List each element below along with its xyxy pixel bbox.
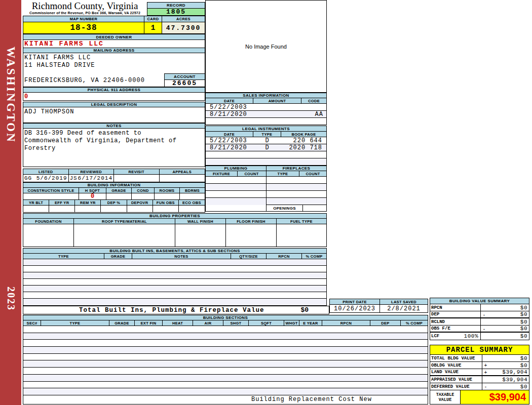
legal-description-value: ADJ THOMPSON (23, 107, 205, 116)
fireplace-row (267, 184, 326, 191)
district-name: WASHINGTON (4, 47, 17, 143)
bvs-obs-value: $0 (487, 326, 529, 332)
record-value: 1805 (147, 9, 205, 15)
roof-label: ROOF TYPE/MATERIAL (74, 219, 175, 224)
appraised-value-label: APPRAISED VALUE (430, 376, 482, 383)
building-section-row (23, 333, 428, 340)
listed-date: 5/6/2019 (36, 175, 67, 181)
ecoobs-label: ECO OBS (179, 200, 205, 205)
tax-year: 2023 (5, 287, 17, 311)
no-image-text: No Image Found (245, 44, 287, 50)
mailing-address-label: MAILING ADDRESS (23, 48, 205, 53)
bvs-rpcn-op (481, 304, 487, 311)
hsqft-value: 0 (79, 193, 106, 199)
dep-pct-value (101, 206, 127, 212)
wall-finish-label: WALL FINISH (175, 219, 226, 224)
bs-type-label: TYPE (41, 320, 109, 326)
fireplace-row (267, 191, 326, 198)
mailing-address-section: MAILING ADDRESS KITANI FARMS LLC 11 HALS… (23, 48, 205, 87)
instrument-date: 5/22/2003 (206, 137, 253, 144)
building-section-row (23, 382, 428, 389)
legal-instruments-section: LEGAL INSTRUMENTS DATE TYPE BOOK PAGE 5/… (205, 126, 327, 166)
fixture-label: FIXTURE (206, 171, 238, 176)
ecoobs-value (179, 206, 205, 212)
bvs-rpcn-value: $0 (487, 304, 529, 311)
bi-qty-label: QTY/SIZE (231, 254, 267, 259)
bi-grade-label: GRADE (104, 254, 132, 259)
plumbing-row (206, 191, 266, 198)
construction-style-label: CONSTRUCTION STYLE (23, 188, 79, 193)
instrument-bookpage: 2020 718 (281, 144, 326, 151)
building-properties-title: BUILDING PROPERTIES (23, 214, 326, 219)
rooms-label: ROOMS (155, 188, 180, 193)
bvs-dep-op: - (481, 311, 487, 317)
dep-pct-label: DEP % (101, 200, 127, 205)
instrument-row (206, 158, 326, 165)
property-record-card: { "sidebar": { "district": "WASHINGTON",… (0, 0, 532, 405)
card-value: 1 (144, 22, 162, 33)
deferred-value: $0 (489, 383, 529, 390)
land-value: $39,904 (489, 369, 529, 375)
bvs-dep-value: $0 (487, 311, 529, 317)
notes-value: DB 316-399 Deed of easement to Commonwea… (23, 129, 205, 153)
bvs-rpcn-label: RPCN (430, 304, 481, 311)
hsqft-label: H SQFT (79, 188, 106, 193)
yrblt-label: YR BLT (23, 200, 49, 205)
built-ins-row (23, 292, 326, 299)
plumbing-row (206, 198, 266, 205)
bs-grade-label: GRADE (109, 320, 135, 326)
plumbing-title: PLUMBING (206, 166, 266, 171)
instrument-type: D (253, 137, 281, 144)
total-bldg-value-label: TOTAL BLDG VALUE (430, 355, 482, 361)
land-value-op: + (482, 369, 489, 375)
physical-address-value: 0 (23, 93, 205, 100)
mailing-line-2: 11 HALSTEAD DRIVE (24, 62, 95, 69)
built-ins-total-value: $0 (300, 306, 309, 314)
bs-shgt-label: SHGT (223, 320, 249, 326)
bs-whgt-label: WHGT (284, 320, 299, 326)
fireplaces-title: FIREPLACES (267, 166, 326, 171)
sales-information-section: SALES INFORMATION DATE AMOUNT CODE 5/22/… (205, 93, 327, 125)
roof-value (74, 224, 175, 247)
foundation-label: FOUNDATION (23, 219, 74, 224)
plumbing-row (206, 177, 266, 184)
print-date-label: PRINT DATE (330, 299, 380, 304)
account-value: 26605 (165, 80, 205, 87)
building-value-summary-title: BUILDING VALUE SUMMARY (430, 298, 529, 304)
sale-date: 8/21/2020 (206, 111, 247, 118)
wall-finish-value (175, 224, 226, 247)
review-section: LISTED REVIEWED REVISIT APPEALS GG 5/6/2… (23, 169, 205, 182)
map-number-value: 18-38 (23, 22, 144, 33)
taxable-value-label: TAXABLE VALUE (430, 390, 461, 404)
revisit-value (114, 175, 160, 182)
built-ins-row (23, 266, 326, 272)
instrument-row: 5/22/2003 D 220 644 (206, 137, 326, 144)
deferred-value-op: - (482, 383, 489, 390)
instrument-type-label: TYPE (253, 132, 281, 137)
legal-description-label: LEGAL DESCRIPTION (23, 102, 205, 107)
depovr-label: DEPOVR (127, 200, 153, 205)
construction-style-value (23, 193, 79, 199)
building-section-row (23, 375, 428, 382)
fireplace-type-label: TYPE (267, 171, 299, 176)
floor-finish-label: FLOOR FINISH (226, 219, 277, 224)
built-ins-row (23, 299, 326, 305)
revisit-label: REVISIT (114, 169, 160, 174)
replacement-cost-label: Building Replacement Cost New (251, 396, 372, 403)
bs-comp-label: % COMP (401, 320, 428, 326)
fuel-type-value (277, 224, 326, 247)
plumbing-fireplaces-section: PLUMBING FIXTURE COUNT FIREPLACES TYPE C… (205, 166, 327, 212)
remyr-label: REM YR (75, 200, 101, 205)
bvs-lcf-value: $0 (487, 333, 529, 340)
physical-address-label: PHYSICAL 911 ADDRESS (23, 88, 205, 93)
built-ins-row (23, 279, 326, 286)
deferred-value-label: DEFERRED VALUE (430, 383, 482, 390)
legal-description-section: LEGAL DESCRIPTION ADJ THOMPSON (23, 102, 205, 123)
built-ins-section: BUILDING BUILT INS, BASEMENTS, ATTICS & … (23, 248, 327, 306)
bdrms-label: BDRMS (180, 188, 205, 193)
openings-value (303, 205, 326, 211)
mailing-line-1: KITANI FARMS LLC (24, 54, 91, 61)
bvs-lcf-label: LCF (431, 334, 439, 339)
built-ins-total-label: Total Built Ins, Plumbing & Fireplace Va… (23, 307, 264, 314)
instrument-bookpage-label: BOOK PAGE (281, 132, 326, 137)
